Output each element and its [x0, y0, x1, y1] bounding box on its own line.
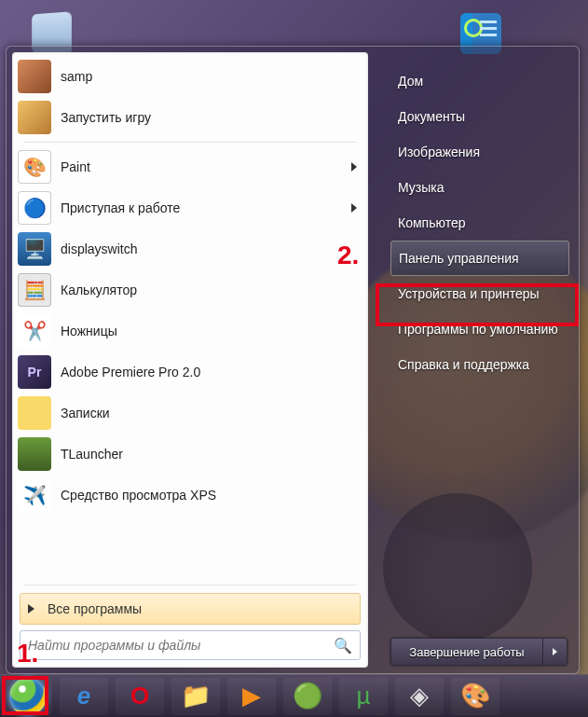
right-link-label: Дом: [398, 74, 423, 89]
right-link-label: Изображения: [398, 145, 480, 159]
recent-item-calculator[interactable]: 🧮 Калькулятор: [12, 269, 368, 310]
right-link-label: Программы по умолчанию: [398, 322, 558, 337]
scissors-icon: ✂️: [18, 314, 51, 348]
separator: [23, 142, 357, 143]
recent-item-label: Paint: [61, 159, 90, 174]
recent-item-snipping-tool[interactable]: ✂️ Ножницы: [12, 310, 368, 352]
annotation-label-2: 2.: [337, 241, 359, 270]
sticky-notes-icon: [18, 396, 51, 430]
shutdown-label: Завершение работы: [391, 639, 542, 665]
windows-orb-icon: [9, 678, 47, 715]
recent-item-label: Ножницы: [61, 324, 117, 338]
search-icon: 🔍: [334, 637, 352, 655]
taskbar-opera[interactable]: O: [116, 678, 164, 715]
taskbar-chrome[interactable]: 🟢: [283, 678, 332, 715]
launch-game-icon: [18, 101, 51, 134]
recent-item-sticky-notes[interactable]: Записки: [12, 393, 368, 434]
pinned-item-label: samp: [61, 69, 92, 84]
right-link-home[interactable]: Дом: [390, 63, 569, 99]
taskbar-ie[interactable]: e: [60, 678, 108, 715]
right-link-computer[interactable]: Компьютер: [390, 205, 569, 241]
shutdown-options-button[interactable]: [542, 639, 567, 665]
right-link-control-panel[interactable]: Панель управления: [390, 241, 569, 276]
folder-icon: 📁: [181, 682, 211, 710]
paint-icon: 🎨: [18, 150, 51, 184]
displayswitch-icon: 🖥️: [18, 232, 51, 266]
annotation-label-1: 1.: [17, 639, 38, 669]
right-link-devices-printers[interactable]: Устройства и принтеры: [390, 276, 569, 311]
right-link-pictures[interactable]: Изображения: [390, 134, 569, 170]
submenu-arrow-icon: [351, 162, 357, 172]
recent-item-premiere[interactable]: Pr Adobe Premiere Pro 2.0: [12, 352, 368, 393]
recent-item-paint[interactable]: 🎨 Paint: [12, 146, 368, 187]
recent-item-label: Записки: [61, 406, 110, 421]
right-link-label: Панель управления: [399, 251, 519, 266]
recent-item-label: TLauncher: [61, 447, 123, 462]
right-link-label: Музыка: [398, 180, 444, 195]
all-programs-button[interactable]: Все программы: [20, 593, 361, 625]
shutdown-button[interactable]: Завершение работы: [390, 638, 567, 666]
recent-item-label: Adobe Premiere Pro 2.0: [61, 365, 200, 379]
right-link-label: Компьютер: [398, 215, 465, 230]
right-link-label: Справка и поддержка: [398, 357, 529, 372]
utorrent-icon: µ: [357, 682, 371, 710]
arrow-right-icon: [553, 648, 557, 655]
taskbar-unity[interactable]: ◈: [395, 678, 444, 715]
start-menu-right-pane: Дом Документы Изображения Музыка Компьют…: [374, 47, 579, 673]
tlauncher-icon: [18, 437, 51, 471]
start-menu: samp Запустить игру 🎨 Paint 🔵 Приступая …: [6, 46, 580, 674]
submenu-arrow-icon: [351, 203, 357, 213]
taskbar-wmp[interactable]: ▶: [227, 678, 276, 715]
recent-item-xps-viewer[interactable]: ✈️ Средство просмотра XPS: [12, 475, 368, 516]
arrow-right-icon: [28, 604, 34, 614]
calculator-icon: 🧮: [18, 273, 51, 307]
start-menu-program-list: samp Запустить игру 🎨 Paint 🔵 Приступая …: [12, 52, 368, 581]
chrome-icon: 🟢: [293, 682, 322, 710]
taskbar: e O 📁 ▶ 🟢 µ ◈ 🎨: [0, 674, 588, 717]
right-link-label: Документы: [398, 109, 465, 124]
pinned-item-samp[interactable]: samp: [12, 56, 368, 97]
right-link-help-support[interactable]: Справка и поддержка: [390, 347, 569, 382]
start-button[interactable]: [4, 678, 52, 715]
getting-started-icon: 🔵: [18, 191, 51, 225]
right-link-default-programs[interactable]: Программы по умолчанию: [390, 311, 569, 347]
start-menu-left-pane: samp Запустить игру 🎨 Paint 🔵 Приступая …: [12, 52, 368, 668]
separator: [23, 585, 357, 586]
media-player-icon: ▶: [242, 682, 261, 710]
unity-icon: ◈: [410, 682, 429, 710]
premiere-icon: Pr: [18, 355, 51, 389]
taskbar-paint[interactable]: 🎨: [451, 678, 499, 715]
recent-item-tlauncher[interactable]: TLauncher: [12, 434, 368, 475]
recent-item-label: Приступая к работе: [61, 200, 180, 215]
paint-icon: 🎨: [460, 682, 490, 710]
recent-item-getting-started[interactable]: 🔵 Приступая к работе: [12, 187, 368, 228]
recent-item-label: Средство просмотра XPS: [61, 488, 216, 503]
taskbar-utorrent[interactable]: µ: [339, 678, 388, 715]
right-link-documents[interactable]: Документы: [390, 99, 569, 134]
recent-item-displayswitch[interactable]: 🖥️ displayswitch: [12, 228, 368, 269]
taskbar-explorer[interactable]: 📁: [171, 678, 220, 715]
all-programs-label: Все программы: [48, 601, 142, 616]
samp-icon: [18, 60, 51, 93]
search-box[interactable]: 🔍: [20, 630, 361, 660]
recent-item-label: Калькулятор: [61, 283, 137, 297]
recent-item-label: displayswitch: [61, 241, 137, 256]
search-input[interactable]: [28, 638, 328, 653]
right-link-music[interactable]: Музыка: [390, 170, 569, 205]
right-link-label: Устройства и принтеры: [398, 286, 540, 301]
pinned-item-launch-game[interactable]: Запустить игру: [12, 97, 368, 138]
xps-viewer-icon: ✈️: [18, 478, 51, 512]
ie-icon: e: [77, 682, 90, 710]
pinned-item-label: Запустить игру: [61, 110, 151, 125]
opera-icon: O: [130, 682, 149, 710]
